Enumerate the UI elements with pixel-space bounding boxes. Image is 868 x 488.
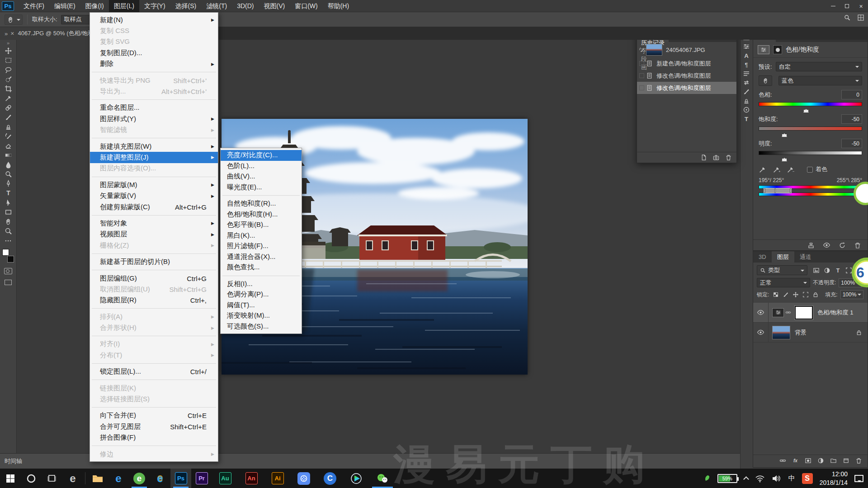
menu-item[interactable] [92,363,216,364]
submenu-item[interactable]: 渐变映射(M)... [221,310,302,321]
add-mask-icon[interactable] [805,457,811,464]
menu-item[interactable]: 导出为... Alt+Shift+Ctrl+' [90,86,218,97]
submenu-item[interactable]: 颜色查找... [221,262,302,273]
blend-mode-dropdown[interactable]: 正常 [757,278,810,287]
hue-slider[interactable] [759,101,862,110]
crop-tool[interactable] [1,84,15,94]
layer-row-adjustment[interactable]: 色相/饱和度 1 [753,303,868,323]
new-group-icon[interactable] [830,457,837,464]
file-explorer-icon[interactable] [87,469,108,488]
filter-pixel-layers-icon[interactable] [813,267,820,274]
audition-taskbar-icon[interactable]: Au [212,469,238,488]
edit-toolbar-icon[interactable] [1,236,15,245]
saturation-value[interactable]: -50 [841,114,862,124]
panel-icon-paragraph-styles[interactable] [741,69,751,78]
background-layer-thumbnail[interactable] [772,326,790,339]
link-layers-icon[interactable] [779,457,786,464]
menu-item[interactable]: 合并可见图层 Shift+Ctrl+E [90,421,218,432]
layer-row-background[interactable]: 背景 [753,323,868,343]
browser-360-icon[interactable]: e [129,469,150,488]
menu-item[interactable]: 修边 ▶ [90,449,218,460]
submenu-item[interactable]: 曲线(V)... [221,171,302,182]
new-layer-icon[interactable] [843,457,849,464]
hue-value[interactable]: 0 [841,90,862,99]
channel-dropdown[interactable]: 蓝色 [778,76,862,85]
menubar-item[interactable]: 视图(V) [259,0,290,12]
menu-item[interactable] [92,446,216,446]
visibility-icon[interactable] [823,241,830,249]
background-color-swatch[interactable] [7,256,14,263]
wechat-icon[interactable] [369,469,396,488]
preset-dropdown[interactable]: 自定 [776,62,862,71]
menu-item[interactable]: 向下合并(E) Ctrl+E [90,410,218,421]
history-snapshot-row[interactable]: 24054067.JPG [637,42,736,57]
menu-item[interactable]: 创建剪贴蒙版(C) Alt+Ctrl+G [90,202,218,212]
lasso-tool[interactable] [1,65,15,75]
menu-item[interactable]: 隐藏图层(R) Ctrl+, [90,295,218,306]
blur-tool[interactable] [1,160,15,169]
submenu-item[interactable]: 照片滤镜(F)... [221,241,302,252]
tab-channels[interactable]: 通道 [794,251,817,263]
menubar-item[interactable]: 选择(S) [170,0,202,12]
menu-item[interactable]: 矢量蒙版(V) ▶ [90,190,218,201]
search-icon[interactable] [844,14,851,21]
layer-visibility-icon[interactable] [757,328,764,336]
history-brush-tool[interactable] [1,131,15,141]
panel-icon-clone-source[interactable] [741,96,751,105]
eyedropper-tool[interactable] [1,94,15,103]
submenu-item[interactable]: 色相/饱和度(H)... [221,209,302,220]
layer-name[interactable]: 色相/饱和度 1 [817,309,853,317]
submenu-item[interactable]: 黑白(K)... [221,230,302,241]
healing-brush-tool[interactable] [1,103,15,113]
shape-tool[interactable] [1,207,15,217]
eyedropper-subtract-icon[interactable]: − [787,166,794,174]
submenu-item[interactable]: 色彩平衡(B)... [221,220,302,230]
panel-icon-swap[interactable] [741,78,751,87]
internet-explorer-icon[interactable]: e [150,469,170,488]
submenu-item[interactable] [222,276,300,276]
volume-icon[interactable] [772,474,782,483]
submenu-item[interactable]: 通道混合器(X)... [221,252,302,263]
ime-indicator[interactable]: 中 [788,474,795,483]
history-brush-source-icon[interactable] [639,47,645,53]
menubar-item[interactable]: 窗口(W) [290,0,323,12]
menu-item[interactable]: 视频图层 ▶ [90,229,218,240]
submenu-item[interactable]: 阈值(T)... [221,300,302,311]
menu-item[interactable]: 快速导出为 PNG Shift+Ctrl+' [90,75,218,86]
menu-item[interactable] [92,99,216,100]
hidden-icons-chevron[interactable] [743,476,749,482]
zoom-tool[interactable] [1,226,15,236]
sogou-ime-icon[interactable]: S [802,473,813,484]
cortana-button[interactable] [21,469,42,488]
submenu-item[interactable]: 反相(I)... [221,279,302,290]
tab-3d[interactable]: 3D [753,251,772,263]
minimize-button[interactable] [826,0,840,12]
menubar-item[interactable]: 图像(I) [80,0,109,12]
menu-item[interactable]: 新建(N) ▶ [90,14,218,25]
hand-tool[interactable] [1,217,15,226]
menu-item[interactable]: 新建基于图层的切片(B) [90,256,218,267]
menu-item[interactable] [92,177,216,177]
submenu-item[interactable]: 自然饱和度(R)... [221,198,302,209]
menu-item[interactable]: 分布(T) ▶ [90,350,218,361]
path-select-tool[interactable] [1,198,15,207]
panel-icon-character[interactable] [741,51,751,60]
menu-item[interactable]: 图层编组(G) Ctrl+G [90,273,218,284]
screen-mode-icon[interactable] [5,280,12,285]
menu-item[interactable] [92,336,216,336]
task-view-button[interactable] [42,469,62,488]
menu-item[interactable]: 拼合图像(F) [90,432,218,443]
new-snapshot-icon[interactable] [712,154,720,161]
tab-overflow-icon[interactable]: » [5,30,8,37]
animate-taskbar-icon[interactable]: An [238,469,264,488]
new-adjustment-layer-icon[interactable] [817,457,824,464]
submenu-item[interactable]: 色阶(L)... [221,161,302,172]
lightness-slider[interactable] [759,150,862,159]
video-editor-icon[interactable] [291,469,317,488]
type-tool[interactable] [1,188,15,198]
panel-icon-glyphs[interactable] [741,114,751,123]
tab-layers[interactable]: 图层 [772,251,794,263]
hue-range-selector[interactable] [764,188,792,193]
menu-item[interactable] [92,407,216,408]
menu-item[interactable]: 取消图层编组(U) Shift+Ctrl+G [90,284,218,295]
